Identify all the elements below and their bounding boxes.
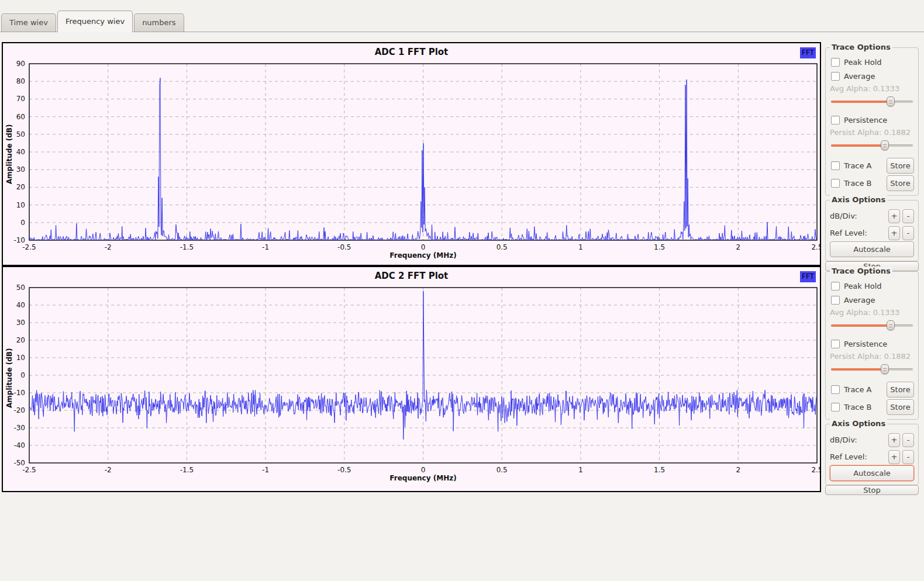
y-tick-label: 10 (16, 201, 25, 209)
adc2-plot-title: ADC 2 FFT Plot (3, 271, 820, 281)
trace-a-checkbox[interactable] (831, 385, 840, 394)
tab-time-view[interactable]: Time wiev (1, 13, 56, 32)
slider-handle[interactable] (881, 364, 889, 374)
peak-hold-checkbox[interactable] (831, 58, 840, 67)
ref-level-decrease-button[interactable]: - (902, 450, 914, 464)
adc1-row: ADC 1 FFT Plot FFT Amplitude (dB) Freque… (2, 42, 922, 266)
x-tick-label: -1.5 (180, 243, 194, 251)
stop-button[interactable]: Stop (825, 485, 919, 495)
slider-fill (831, 368, 885, 371)
db-div-decrease-button[interactable]: - (902, 433, 914, 447)
tab-numbers[interactable]: numbers (134, 13, 184, 32)
y-tick-label: -10 (13, 389, 25, 397)
persistence-checkbox[interactable] (831, 340, 840, 348)
y-tick-label: 30 (16, 165, 25, 174)
average-checkbox[interactable] (831, 296, 840, 305)
x-tick-label: 0.5 (497, 466, 508, 474)
x-tick-label: 0 (421, 243, 426, 251)
y-tick-label: 70 (16, 95, 25, 103)
y-tick-label: 30 (16, 319, 25, 327)
ref-level-increase-button[interactable]: + (888, 226, 900, 240)
ref-level-label: Ref Level: (830, 452, 886, 461)
fft-badge[interactable]: FFT (800, 271, 816, 282)
tab-frequency-view[interactable]: Frequency wiev (57, 11, 133, 32)
persist-alpha-slider[interactable] (831, 140, 913, 151)
persist-alpha-label: Persist Alpha: 0.1882 (830, 351, 914, 362)
x-tick-label: 1.5 (654, 243, 665, 251)
adc1-fft-canvas: 9080706050403020100-10-2.5-2-1.5-1-0.500… (3, 43, 820, 265)
slider-fill (831, 101, 891, 103)
avg-alpha-slider[interactable] (831, 96, 913, 107)
average-row[interactable]: Average (830, 69, 914, 83)
ref-level-increase-button[interactable]: + (888, 450, 900, 464)
autoscale-button[interactable]: Autoscale (830, 465, 914, 481)
slider-handle[interactable] (887, 96, 895, 106)
db-div-increase-button[interactable]: + (888, 209, 900, 223)
peak-hold-row[interactable]: Peak Hold (830, 279, 914, 293)
trace-options-title: Trace Options (830, 43, 892, 51)
frequency-view-page: ADC 1 FFT Plot FFT Amplitude (dB) Freque… (0, 32, 924, 581)
trace-options-group-2: Trace Options Peak Hold Average Avg Alph… (825, 271, 919, 420)
fft-badge[interactable]: FFT (800, 47, 816, 58)
y-tick-label: 20 (16, 336, 25, 344)
x-tick-label: -2 (105, 466, 112, 474)
y-tick-label: 60 (16, 113, 25, 121)
persist-alpha-label: Persist Alpha: 0.1882 (830, 127, 914, 139)
y-tick-label: 80 (16, 77, 25, 85)
autoscale-button[interactable]: Autoscale (830, 241, 914, 257)
ref-level-row: Ref Level: + - (830, 448, 914, 465)
axis-options-title: Axis Options (830, 419, 887, 428)
trace-a-label: Trace A (844, 385, 887, 394)
average-row[interactable]: Average (830, 293, 914, 307)
y-tick-label: -30 (13, 424, 25, 432)
avg-alpha-slider[interactable] (831, 320, 913, 331)
y-tick-label: 40 (16, 301, 25, 309)
trace-a-store-button[interactable]: Store (887, 382, 914, 397)
db-div-row: dB/Div: + - (830, 208, 914, 224)
db-div-increase-button[interactable]: + (888, 433, 900, 447)
tab-bar: Time wiev Frequency wiev numbers (0, 0, 924, 32)
ref-level-decrease-button[interactable]: - (902, 226, 914, 240)
persistence-row[interactable]: Persistence (830, 337, 914, 351)
x-tick-label: -2.5 (22, 466, 36, 474)
fft-data-trace (29, 78, 817, 240)
adc2-controls-panel: Trace Options Peak Hold Average Avg Alph… (824, 266, 921, 492)
persist-alpha-slider[interactable] (831, 364, 913, 375)
trace-b-checkbox[interactable] (831, 179, 840, 188)
y-tick-label: -40 (13, 441, 25, 449)
y-tick-label: 20 (16, 183, 25, 191)
axis-options-group-1: Axis Options dB/Div: + - Ref Level: + - … (825, 200, 919, 261)
peak-hold-checkbox[interactable] (831, 282, 840, 290)
trace-b-store-button[interactable]: Store (887, 399, 914, 415)
x-tick-label: 2.5 (811, 243, 821, 251)
slider-fill (831, 144, 885, 147)
persistence-row[interactable]: Persistence (830, 113, 914, 127)
y-tick-label: 50 (16, 283, 25, 292)
slider-handle[interactable] (887, 320, 895, 330)
x-tick-label: -0.5 (337, 466, 351, 474)
trace-b-store-button[interactable]: Store (887, 175, 914, 191)
adc1-controls-panel: Trace Options Peak Hold Average Avg Alph… (824, 42, 921, 266)
trace-a-store-button[interactable]: Store (887, 158, 914, 174)
trace-b-row: Trace B Store (830, 174, 914, 192)
x-tick-label: 0.5 (497, 243, 508, 251)
x-tick-label: -1 (262, 466, 269, 474)
persistence-checkbox[interactable] (831, 116, 840, 124)
slider-handle[interactable] (881, 140, 889, 150)
ref-level-label: Ref Level: (830, 229, 886, 237)
adc1-plot-title: ADC 1 FFT Plot (3, 47, 820, 57)
average-checkbox[interactable] (831, 72, 840, 81)
persistence-label: Persistence (844, 116, 887, 124)
peak-hold-row[interactable]: Peak Hold (830, 55, 914, 69)
y-tick-label: 50 (16, 130, 25, 139)
y-tick-label: -20 (13, 406, 25, 414)
adc2-y-axis-label: Amplitude (dB) (5, 326, 15, 431)
trace-a-checkbox[interactable] (831, 161, 840, 170)
trace-b-row: Trace B Store (830, 398, 914, 416)
db-div-decrease-button[interactable]: - (902, 209, 914, 223)
x-tick-label: 1 (578, 243, 583, 251)
axis-options-title: Axis Options (830, 195, 887, 204)
y-tick-label: 0 (20, 371, 25, 379)
average-label: Average (844, 296, 875, 305)
trace-b-checkbox[interactable] (831, 403, 840, 411)
